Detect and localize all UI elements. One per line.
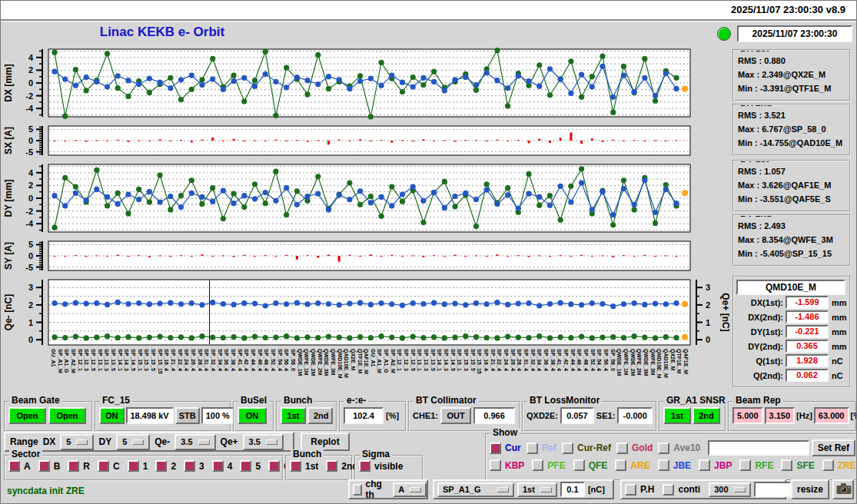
- checkbox-gold[interactable]: Gold: [616, 443, 653, 454]
- svg-text:-4: -4: [25, 219, 34, 228]
- checkbox-5[interactable]: 5: [240, 460, 261, 472]
- resize-button[interactable]: resize: [791, 479, 829, 499]
- range-dy-dropdown[interactable]: 5: [116, 434, 150, 450]
- camera-button[interactable]: [832, 479, 854, 499]
- checkbox-a[interactable]: A: [8, 460, 31, 472]
- checkbox-icon: [268, 460, 280, 472]
- svg-text:SP_42_4: SP_42_4: [244, 349, 249, 371]
- orbit-plots: -4-2024DX [mm]-505SX [A]-4-2024DY [mm]-5…: [1, 48, 729, 395]
- threshold-input[interactable]: [560, 482, 585, 497]
- gr-a1-1st-button[interactable]: 1st: [663, 407, 691, 424]
- svg-text:SP_28_4: SP_28_4: [198, 349, 203, 371]
- checkbox-cur-ref[interactable]: Cur-Ref: [562, 443, 611, 454]
- checkbox-cur[interactable]: Cur: [490, 443, 521, 454]
- monitor-row-unit: mm: [832, 313, 847, 322]
- checkbox-c[interactable]: C: [98, 460, 120, 472]
- monitor-row-unit: mm: [832, 342, 847, 351]
- checkbox-jbe[interactable]: JBE: [658, 459, 691, 471]
- beam-rep-pct-unit: [%]: [851, 411, 857, 420]
- ph-checkbox[interactable]: P.H: [625, 484, 654, 496]
- beam-rep-title: Beam Rep: [733, 396, 783, 405]
- svg-text:QAF1E_M: QAF1E_M: [363, 349, 369, 374]
- checkbox-qfe[interactable]: QFE: [573, 459, 608, 471]
- busel-on-button[interactable]: ON: [238, 407, 267, 424]
- checkbox-label: C: [113, 461, 120, 472]
- checkbox-pfe[interactable]: PFE: [532, 459, 565, 471]
- set-ref-button[interactable]: Set Ref: [812, 439, 855, 456]
- show-row-1-checks: CurRefCur-RefGoldAve10: [490, 443, 706, 454]
- monitor-row-label: DY(1st):: [736, 327, 783, 337]
- che1-value: 0.966: [473, 407, 515, 424]
- fc15-stb-button[interactable]: STB: [175, 407, 200, 424]
- svg-text:QWFE_2M: QWFE_2M: [636, 349, 642, 376]
- svg-text:2: 2: [28, 300, 33, 310]
- checkbox-jbp[interactable]: JBP: [699, 459, 732, 471]
- svg-text:SP_24_4: SP_24_4: [184, 349, 189, 371]
- checkbox-r[interactable]: R: [68, 460, 90, 472]
- fc15-on-button[interactable]: ON: [99, 407, 125, 424]
- stats-dy-2nd: DY 2nd RMS : 2.493 Max : 8.354@QWFE_3M M…: [732, 214, 851, 267]
- dropdown-indicator-icon: [132, 439, 144, 445]
- svg-text:QWFE_3M: QWFE_3M: [649, 349, 656, 376]
- beam-gate-open-2-button[interactable]: Open: [48, 407, 86, 424]
- checkbox-ave10[interactable]: Ave10: [658, 443, 700, 454]
- bunch-dropdown[interactable]: 1st: [517, 482, 557, 497]
- count-input[interactable]: [754, 482, 791, 497]
- svg-text:SP_32_4: SP_32_4: [211, 349, 216, 371]
- svg-text:SP_21_4: SP_21_4: [171, 349, 176, 371]
- sector-checks: ABRC123456BT: [8, 460, 279, 472]
- svg-text:5: 5: [28, 240, 33, 249]
- svg-text:SP_21_4: SP_21_4: [490, 349, 496, 371]
- checkbox-sfe[interactable]: SFE: [781, 459, 814, 471]
- beam-gate-open-1-button[interactable]: Open: [8, 407, 46, 424]
- checkbox-2[interactable]: 2: [155, 460, 176, 472]
- channel-dropdown[interactable]: A: [393, 482, 427, 497]
- checkbox-3[interactable]: 3: [184, 460, 204, 472]
- checkbox-label: Cur: [505, 443, 521, 453]
- checkbox-icon: [562, 443, 573, 454]
- ph-label: P.H: [640, 484, 654, 495]
- conti-checkbox[interactable]: conti: [663, 484, 700, 496]
- chg-th-checkbox[interactable]: chg th: [353, 479, 384, 500]
- monitor-row-unit: mm: [832, 327, 847, 337]
- range-qep-dropdown[interactable]: 3.5: [243, 434, 284, 450]
- svg-text:SP_56_4: SP_56_4: [603, 349, 609, 371]
- points-dropdown[interactable]: 300: [709, 482, 750, 497]
- checkbox-icon: [616, 443, 628, 454]
- svg-text:-2: -2: [25, 207, 33, 216]
- checkbox-icon: [290, 460, 301, 472]
- checkbox-kbp[interactable]: KBP: [490, 459, 524, 471]
- checkbox-1[interactable]: 1: [128, 460, 148, 472]
- gr-a1-2nd-button[interactable]: 2nd: [693, 407, 720, 424]
- monitor-row-value: 0.062: [786, 369, 829, 382]
- stats-line: RMS : 2.493: [734, 219, 849, 233]
- checkbox-ref[interactable]: Ref: [526, 443, 556, 454]
- device-dropdown[interactable]: SP_A1_G: [437, 482, 514, 497]
- checkbox-b[interactable]: B: [38, 460, 61, 472]
- checkbox-4[interactable]: 4: [212, 460, 233, 472]
- checkbox-icon: [781, 459, 792, 471]
- beam-rep-group: Beam Rep 5.000 3.150 [Hz] 63.000 [%]: [728, 401, 857, 432]
- stats-line: Max : 3.626@QAF1E_M: [734, 178, 849, 192]
- checkbox-visible[interactable]: visible: [359, 460, 403, 472]
- dropdown-indicator-icon: [734, 487, 746, 492]
- checkbox-are[interactable]: ARE: [615, 459, 649, 471]
- bunch-2nd-button[interactable]: 2nd: [307, 407, 333, 424]
- che1-state-button[interactable]: OUT: [440, 407, 471, 424]
- sector-group: Sector ABRC123456BT: [4, 455, 284, 481]
- stats-line: Max : 6.767@SP_58_0: [734, 122, 849, 136]
- range-dx-dropdown[interactable]: 5: [60, 434, 94, 450]
- checkbox-rfe[interactable]: RFE: [739, 459, 773, 471]
- checkbox-2nd[interactable]: 2nd: [326, 460, 357, 472]
- svg-text:QWFE_1M: QWFE_1M: [623, 349, 629, 376]
- svg-text:SP_12_1: SP_12_1: [397, 349, 402, 371]
- checkbox-1st[interactable]: 1st: [290, 460, 318, 472]
- ref-name-input[interactable]: [708, 440, 809, 456]
- checkbox-zre[interactable]: ZRE: [822, 459, 856, 471]
- svg-text:GU_A1: GU_A1: [370, 349, 376, 366]
- checkbox-icon: [663, 484, 674, 496]
- monitor-row-label: Q(2nd):: [736, 371, 783, 380]
- bunch-1st-button[interactable]: 1st: [281, 407, 306, 424]
- stats-dy-1st: DY 1st RMS : 1.057 Max : 3.626@QAF1E_M M…: [732, 160, 851, 212]
- range-qem-dropdown[interactable]: 3.5: [174, 434, 215, 450]
